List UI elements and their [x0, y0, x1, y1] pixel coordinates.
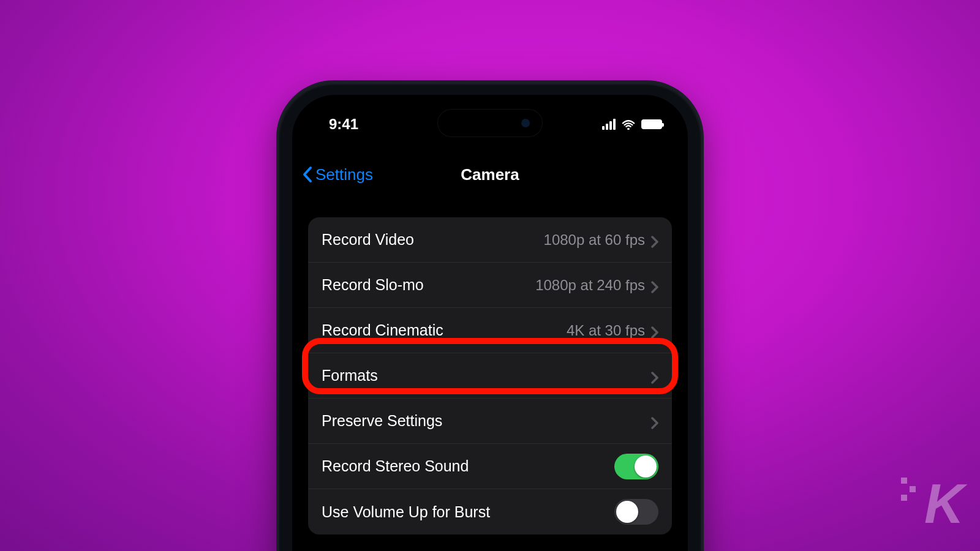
row-preserve-settings[interactable]: Preserve Settings: [308, 399, 672, 444]
watermark-dots: [901, 478, 925, 502]
row-value: 1080p at 240 fps: [535, 277, 645, 294]
phone-frame: 9:41 Settings Camera Record Video: [279, 83, 701, 551]
chevron-right-icon: [651, 234, 658, 246]
row-label: Record Slo-mo: [322, 276, 424, 294]
row-record-cinematic[interactable]: Record Cinematic 4K at 30 fps: [308, 308, 672, 353]
battery-icon: [641, 119, 662, 129]
chevron-right-icon: [651, 370, 658, 382]
wifi-icon: [622, 119, 635, 130]
row-record-stereo-sound[interactable]: Record Stereo Sound: [308, 444, 672, 489]
chevron-right-icon: [651, 279, 658, 291]
row-formats[interactable]: Formats: [308, 353, 672, 399]
row-volume-up-burst[interactable]: Use Volume Up for Burst: [308, 489, 672, 534]
row-record-slomo[interactable]: Record Slo-mo 1080p at 240 fps: [308, 263, 672, 308]
settings-list: Record Video 1080p at 60 fps Record Slo-…: [308, 217, 672, 534]
row-record-video[interactable]: Record Video 1080p at 60 fps: [308, 217, 672, 263]
phone-screen: 9:41 Settings Camera Record Video: [292, 95, 688, 551]
chevron-left-icon: [302, 166, 313, 183]
row-label: Record Cinematic: [322, 321, 443, 339]
watermark-logo: K: [924, 473, 962, 536]
chevron-right-icon: [651, 324, 658, 337]
row-label: Record Stereo Sound: [322, 457, 469, 475]
status-time: 9:41: [329, 116, 358, 133]
row-value: 1080p at 60 fps: [544, 231, 645, 249]
row-label: Record Video: [322, 231, 414, 249]
chevron-right-icon: [651, 415, 658, 427]
watermark-letter: K: [924, 473, 962, 534]
toggle-stereo-sound[interactable]: [614, 454, 658, 479]
back-button[interactable]: Settings: [302, 165, 373, 184]
page-title: Camera: [461, 165, 519, 184]
row-label: Preserve Settings: [322, 412, 442, 430]
dynamic-island: [438, 110, 542, 137]
row-value: 4K at 30 fps: [567, 322, 645, 339]
back-label: Settings: [315, 165, 373, 184]
row-label: Use Volume Up for Burst: [322, 503, 490, 521]
nav-header: Settings Camera: [292, 156, 688, 193]
row-label: Formats: [322, 367, 378, 384]
cellular-icon: [602, 119, 616, 130]
toggle-volume-burst[interactable]: [614, 499, 658, 525]
